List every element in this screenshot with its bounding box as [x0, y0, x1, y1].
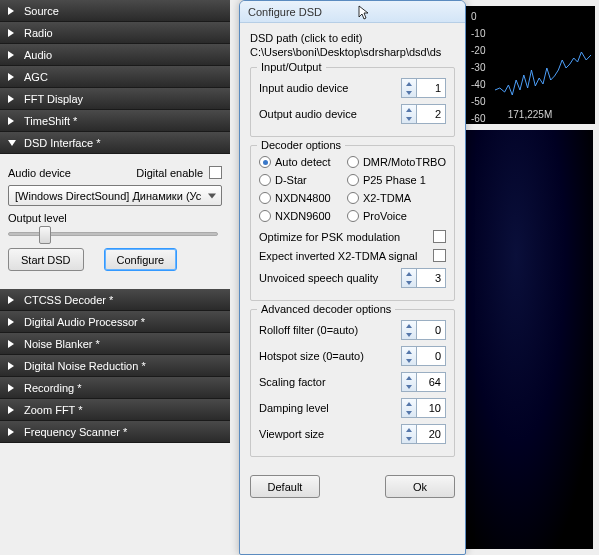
panel-label: Radio — [24, 27, 53, 39]
dialog-content: DSD path (click to edit) C:\Users\boni\D… — [240, 23, 465, 469]
dialog-title: Configure DSD — [248, 6, 322, 18]
viewport-size-value: 20 — [417, 428, 445, 440]
expect-inverted-x2-label: Expect inverted X2-TDMA signal — [259, 250, 417, 262]
group-title: Decoder options — [257, 139, 345, 151]
chevron-right-icon — [8, 7, 14, 15]
spectrum-display[interactable]: 0 -10 -20 -30 -40 -50 -60 -70 171,225M — [465, 6, 595, 124]
radio-provoice[interactable]: ProVoice — [347, 210, 446, 222]
radio-d-star[interactable]: D-Star — [259, 174, 343, 186]
optimize-psk-checkbox[interactable] — [433, 230, 446, 243]
spin-up-icon[interactable] — [402, 425, 416, 434]
group-title: Input/Output — [257, 61, 326, 73]
unvoiced-quality-label: Unvoiced speech quality — [259, 272, 378, 284]
panel-label: DSD Interface * — [24, 137, 100, 149]
dialog-title-bar[interactable]: Configure DSD — [240, 1, 465, 23]
chevron-right-icon — [8, 117, 14, 125]
radio-dmr-mototrbo[interactable]: DMR/MotoTRBO — [347, 156, 446, 168]
unvoiced-quality-spinner[interactable]: 3 — [401, 268, 446, 288]
radio-icon — [347, 210, 359, 222]
panel-source[interactable]: Source — [0, 0, 230, 22]
panel-zoom-fft[interactable]: Zoom FFT * — [0, 399, 230, 421]
panel-digital-audio-processor[interactable]: Digital Audio Processor * — [0, 311, 230, 333]
rolloff-filter-spinner[interactable]: 0 — [401, 320, 446, 340]
dialog-footer: Default Ok — [240, 469, 465, 506]
panel-audio[interactable]: Audio — [0, 44, 230, 66]
panel-ctcss-decoder[interactable]: CTCSS Decoder * — [0, 289, 230, 311]
radio-auto-detect[interactable]: Auto detect — [259, 156, 343, 168]
panel-list-upper: Source Radio Audio AGC FFT Display TimeS… — [0, 0, 230, 154]
spin-down-icon[interactable] — [402, 88, 416, 97]
default-button[interactable]: Default — [250, 475, 320, 498]
radio-p25-phase-1[interactable]: P25 Phase 1 — [347, 174, 446, 186]
chevron-right-icon — [8, 95, 14, 103]
chevron-right-icon — [8, 340, 14, 348]
spin-down-icon[interactable] — [402, 278, 416, 287]
panel-dsd-body: Audio device Digital enable [Windows Dir… — [0, 160, 230, 285]
panel-digital-noise-reduction[interactable]: Digital Noise Reduction * — [0, 355, 230, 377]
audio-device-select[interactable]: [Windows DirectSound] Динамики (Ус — [8, 185, 222, 206]
chevron-right-icon — [8, 296, 14, 304]
chevron-down-icon — [8, 140, 16, 146]
cursor-icon — [358, 5, 372, 21]
decoder-options-group: Decoder options Auto detect DMR/MotoTRBO… — [250, 145, 455, 301]
spin-down-icon[interactable] — [402, 408, 416, 417]
panel-dsd-interface[interactable]: DSD Interface * — [0, 132, 230, 154]
panel-label: Recording * — [24, 382, 81, 394]
db-scale: 0 -10 -20 -30 -40 -50 -60 -70 — [471, 8, 485, 144]
spin-up-icon[interactable] — [402, 105, 416, 114]
damping-level-label: Damping level — [259, 402, 329, 414]
dsd-path-value: C:\Users\boni\Desktop\sdrsharp\dsd\ds — [250, 45, 455, 59]
spin-up-icon[interactable] — [402, 399, 416, 408]
input-audio-device-label: Input audio device — [259, 82, 348, 94]
radio-nxdn9600[interactable]: NXDN9600 — [259, 210, 343, 222]
spin-down-icon[interactable] — [402, 114, 416, 123]
panel-label: Digital Audio Processor * — [24, 316, 145, 328]
chevron-right-icon — [8, 318, 14, 326]
unvoiced-quality-value: 3 — [417, 272, 445, 284]
decoder-radio-grid: Auto detect DMR/MotoTRBO D-Star P25 Phas… — [259, 156, 446, 222]
spin-down-icon[interactable] — [402, 434, 416, 443]
waterfall-display[interactable] — [465, 130, 593, 549]
hotspot-size-spinner[interactable]: 0 — [401, 346, 446, 366]
spin-down-icon[interactable] — [402, 382, 416, 391]
output-audio-device-spinner[interactable]: 2 — [401, 104, 446, 124]
panel-frequency-scanner[interactable]: Frequency Scanner * — [0, 421, 230, 443]
spin-down-icon[interactable] — [402, 356, 416, 365]
viewport-size-spinner[interactable]: 20 — [401, 424, 446, 444]
spin-up-icon[interactable] — [402, 79, 416, 88]
panel-noise-blanker[interactable]: Noise Blanker * — [0, 333, 230, 355]
digital-enable-checkbox[interactable] — [209, 166, 222, 179]
panel-label: Digital Noise Reduction * — [24, 360, 146, 372]
panel-radio[interactable]: Radio — [0, 22, 230, 44]
spin-up-icon[interactable] — [402, 269, 416, 278]
scaling-factor-spinner[interactable]: 64 — [401, 372, 446, 392]
panel-fft-display[interactable]: FFT Display — [0, 88, 230, 110]
panel-label: AGC — [24, 71, 48, 83]
spin-up-icon[interactable] — [402, 321, 416, 330]
advanced-decoder-group: Advanced decoder options Rolloff filter … — [250, 309, 455, 457]
chevron-right-icon — [8, 29, 14, 37]
spin-down-icon[interactable] — [402, 330, 416, 339]
damping-level-spinner[interactable]: 10 — [401, 398, 446, 418]
start-dsd-button[interactable]: Start DSD — [8, 248, 84, 271]
configure-button[interactable]: Configure — [104, 248, 178, 271]
panel-timeshift[interactable]: TimeShift * — [0, 110, 230, 132]
chevron-right-icon — [8, 362, 14, 370]
input-audio-device-spinner[interactable]: 1 — [401, 78, 446, 98]
panel-agc[interactable]: AGC — [0, 66, 230, 88]
expect-inverted-x2-checkbox[interactable] — [433, 249, 446, 262]
input-audio-device-value: 1 — [417, 82, 445, 94]
slider-thumb-icon[interactable] — [39, 226, 51, 244]
panel-recording[interactable]: Recording * — [0, 377, 230, 399]
hotspot-size-label: Hotspot size (0=auto) — [259, 350, 364, 362]
ok-button[interactable]: Ok — [385, 475, 455, 498]
spin-up-icon[interactable] — [402, 373, 416, 382]
spin-up-icon[interactable] — [402, 347, 416, 356]
output-level-slider[interactable] — [8, 232, 218, 236]
scaling-factor-value: 64 — [417, 376, 445, 388]
dsd-path-block[interactable]: DSD path (click to edit) C:\Users\boni\D… — [250, 31, 455, 59]
radio-nxdn4800[interactable]: NXDN4800 — [259, 192, 343, 204]
damping-level-value: 10 — [417, 402, 445, 414]
radio-icon — [259, 156, 271, 168]
radio-x2-tdma[interactable]: X2-TDMA — [347, 192, 446, 204]
